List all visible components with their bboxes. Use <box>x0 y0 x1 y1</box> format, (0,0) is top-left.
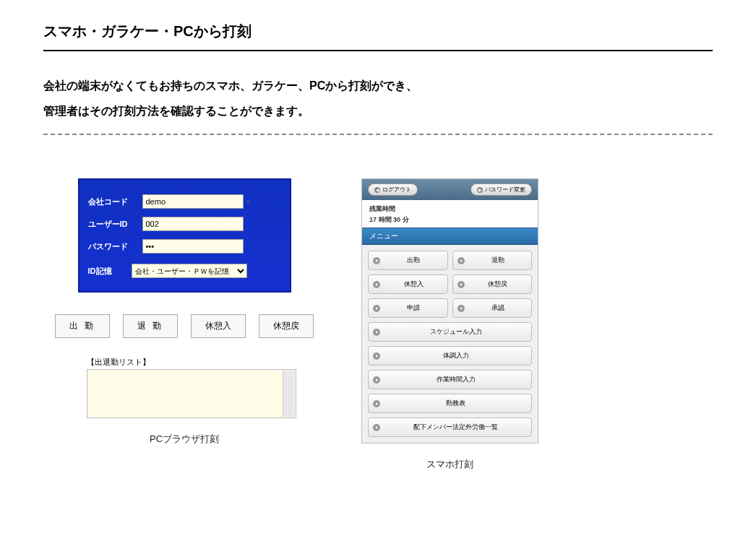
description-line-2: 管理者はその打刻方法を確認することができます。 <box>43 98 713 124</box>
phone-mock: ◀ ログアウト ▶ パスワード変更 残業時間 17 時間 30 分 メニュー 出… <box>361 178 538 443</box>
menu-area: 出勤 退勤 休憩入 休憩戻 申請 承認 スケジュール入力 体調入力 <box>362 245 538 443</box>
chevron-right-icon <box>373 376 380 384</box>
remember-label: ID記憶 <box>88 266 132 277</box>
logout-label: ログアウト <box>382 186 411 194</box>
chevron-right-icon <box>458 257 465 264</box>
menu-roster[interactable]: 勤務表 <box>368 394 532 413</box>
overtime-value: 17 時間 30 分 <box>369 215 531 225</box>
overtime-block: 残業時間 17 時間 30 分 <box>362 200 538 228</box>
menu-schedule[interactable]: スケジュール入力 <box>368 322 532 342</box>
remember-select[interactable]: 会社・ユーザー・ＰＷを記憶 <box>132 264 247 278</box>
logout-button[interactable]: ◀ ログアウト <box>368 183 418 196</box>
section-heading: スマホ・ガラケー・PCから打刻 <box>43 22 713 51</box>
smartphone-panel: ◀ ログアウト ▶ パスワード変更 残業時間 17 時間 30 分 メニュー 出… <box>361 178 538 471</box>
phone-caption: スマホ打刻 <box>426 458 473 471</box>
chevron-right-icon <box>458 281 465 288</box>
company-code-label: 会社コード <box>88 196 142 207</box>
pc-mock: 会社コード × ユーザーID パスワード ID記憶 会社・ユーザー・ＰＷを記憶 <box>51 178 318 418</box>
attendance-list-area[interactable] <box>87 369 296 418</box>
user-id-label: ユーザーID <box>88 219 142 230</box>
break-out-button[interactable]: 休憩戻 <box>259 314 314 338</box>
clock-in-button[interactable]: 出 勤 <box>55 314 110 338</box>
menu-health[interactable]: 体調入力 <box>368 346 532 365</box>
password-input[interactable] <box>142 239 244 254</box>
chevron-right-icon <box>373 281 380 288</box>
menu-worktime[interactable]: 作業時間入力 <box>368 370 532 389</box>
menu-approve[interactable]: 承認 <box>452 298 533 318</box>
chevron-right-icon <box>458 305 465 312</box>
description-block: 会社の端末がなくてもお持ちのスマホ、ガラケー、PCから打刻ができ、 管理者はその… <box>43 73 713 135</box>
user-id-input[interactable] <box>142 217 244 231</box>
change-password-button[interactable]: ▶ パスワード変更 <box>471 183 532 196</box>
menu-clock-in[interactable]: 出勤 <box>368 251 448 270</box>
phone-top-bar: ◀ ログアウト ▶ パスワード変更 <box>362 179 538 200</box>
menu-request[interactable]: 申請 <box>368 298 448 318</box>
description-line-1: 会社の端末がなくてもお持ちのスマホ、ガラケー、PCから打刻ができ、 <box>43 73 713 98</box>
clear-icon[interactable]: × <box>246 198 251 206</box>
change-password-label: パスワード変更 <box>485 186 525 194</box>
pc-caption: PCブラウザ打刻 <box>150 433 219 446</box>
chevron-right-icon <box>373 424 380 431</box>
login-form: 会社コード × ユーザーID パスワード ID記憶 会社・ユーザー・ＰＷを記憶 <box>78 178 291 293</box>
menu-clock-out[interactable]: 退勤 <box>452 251 533 270</box>
chevron-right-icon <box>373 329 380 336</box>
arrow-left-icon: ◀ <box>374 187 380 193</box>
menu-subordinate[interactable]: 配下メンバー法定外労働一覧 <box>368 417 532 437</box>
company-code-input[interactable] <box>142 194 244 209</box>
overtime-label: 残業時間 <box>369 204 531 214</box>
chevron-right-icon <box>373 305 380 312</box>
menu-header: メニュー <box>362 228 538 245</box>
panels-container: 会社コード × ユーザーID パスワード ID記憶 会社・ユーザー・ＰＷを記憶 <box>43 178 713 471</box>
break-in-button[interactable]: 休憩入 <box>191 314 246 338</box>
pc-browser-panel: 会社コード × ユーザーID パスワード ID記憶 会社・ユーザー・ＰＷを記憶 <box>51 178 318 471</box>
chevron-right-icon <box>373 352 380 360</box>
menu-break-out[interactable]: 休憩戻 <box>452 274 533 294</box>
attendance-list-label: 【出退勤リスト】 <box>87 357 318 368</box>
password-label: パスワード <box>88 241 142 252</box>
chevron-right-icon <box>373 257 380 264</box>
pc-button-row: 出 勤 退 勤 休憩入 休憩戻 <box>51 314 318 338</box>
arrow-right-icon: ▶ <box>477 187 483 193</box>
chevron-right-icon <box>373 400 380 407</box>
clock-out-button[interactable]: 退 勤 <box>123 314 178 338</box>
menu-break-in[interactable]: 休憩入 <box>368 274 448 294</box>
